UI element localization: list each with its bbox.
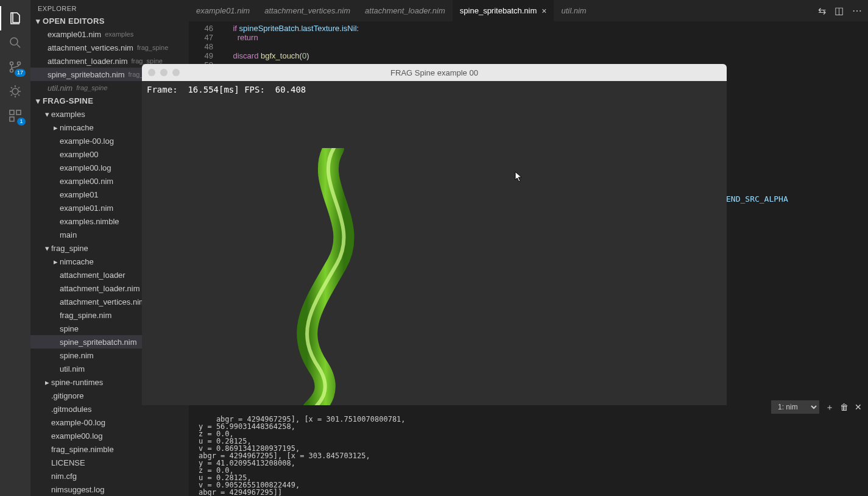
tree-item[interactable]: example-00.log — [30, 416, 189, 429]
editor-tab[interactable]: util.nim — [554, 0, 593, 21]
tree-label: attachment_loader.nim — [60, 284, 140, 293]
tabbar-actions: ⇆ ◫ ⋯ — [818, 5, 868, 16]
tab-label: example01.nim — [196, 6, 250, 15]
tree-label: spine — [60, 324, 79, 333]
mouse-cursor — [515, 171, 523, 182]
svg-point-1 — [10, 62, 13, 65]
tree-label: spine-runtimes — [51, 378, 103, 387]
overlay-canvas: Frame: 16.554[ms] FPS: 60.408 — [142, 81, 727, 405]
tree-label: example-00.log — [51, 418, 105, 427]
more-icon[interactable]: ⋯ — [852, 5, 862, 16]
overlay-titlebar[interactable]: FRAG Spine example 00 — [142, 64, 727, 81]
terminal-add-icon[interactable]: ＋ — [825, 403, 834, 411]
tree-label: example00 — [60, 150, 99, 159]
tree-label: LICENSE — [51, 458, 85, 467]
tab-label: util.nim — [561, 6, 586, 15]
editor-tab[interactable]: attachment_loader.nim — [358, 0, 453, 21]
tree-twisty[interactable]: ▸ — [43, 378, 51, 387]
tree-label: example00.nim — [60, 177, 113, 186]
search-icon — [8, 35, 23, 50]
open-editor-filename: util.nim — [48, 83, 72, 93]
svg-point-4 — [12, 88, 18, 94]
activity-scm[interactable]: 17 — [0, 55, 30, 79]
tab-close-icon[interactable]: × — [542, 7, 546, 15]
tree-twisty[interactable]: ▸ — [51, 123, 60, 132]
open-editor-item[interactable]: example01.nimexamples — [30, 27, 189, 41]
tree-label: frag_spine.nimble — [51, 445, 114, 454]
editor-tab[interactable]: example01.nim — [189, 0, 257, 21]
tree-label: spine_spritebatch.nim — [60, 338, 136, 347]
overlay-window[interactable]: FRAG Spine example 00 Frame: 16.554[ms] … — [142, 64, 727, 405]
tree-item[interactable]: frag_spine.nimble — [30, 442, 189, 456]
tab-label: attachment_loader.nim — [365, 6, 445, 15]
tree-label: util.nim — [60, 364, 85, 374]
tree-label: main — [60, 230, 77, 239]
tree-label: example00.log — [60, 163, 111, 172]
tab-label: spine_spritebatch.nim — [460, 6, 537, 15]
open-editor-path: examples — [105, 30, 133, 38]
open-editor-filename: attachment_loader.nim — [48, 57, 128, 66]
tree-label: .gitignore — [51, 391, 83, 400]
editor-tab[interactable]: attachment_vertices.nim — [257, 0, 358, 21]
open-editor-item[interactable]: attachment_vertices.nimfrag_spine — [30, 41, 189, 54]
tree-label: spine.nim — [60, 351, 94, 360]
tree-label: examples — [51, 110, 85, 119]
tree-label: nimcache — [60, 257, 94, 266]
section-project-label: FRAG-SPINE — [43, 96, 93, 105]
open-editor-path: frag_spine — [76, 84, 107, 91]
svg-point-3 — [18, 62, 21, 65]
tree-label: example00.log — [51, 431, 103, 441]
tab-bar: example01.nimattachment_vertices.nimatta… — [189, 0, 868, 21]
terminal-close-icon[interactable]: ✕ — [855, 403, 862, 411]
sidebar-title: EXPLORER — [30, 0, 189, 15]
tree-label: nimsuggest.log — [51, 485, 104, 494]
tree-label: example01.nim — [60, 204, 113, 213]
terminal-panel[interactable]: 1: nim ＋ 🗑 ✕ abgr = 4294967295], [x = 30… — [189, 399, 868, 496]
open-editor-filename: spine_spritebatch.nim — [48, 70, 124, 79]
ext-badge: 1 — [17, 118, 26, 126]
tab-label: attachment_vertices.nim — [264, 6, 350, 15]
tree-item[interactable]: example00.log — [30, 429, 189, 442]
activity-extensions[interactable]: 1 — [0, 104, 30, 128]
scm-badge: 17 — [15, 69, 26, 77]
editor-tab[interactable]: spine_spritebatch.nim× — [453, 0, 554, 21]
files-icon — [8, 11, 23, 26]
tree-label: examples.nimble — [60, 217, 119, 226]
tree-label: example01 — [60, 190, 99, 199]
section-open-editors-label: OPEN EDITORS — [43, 16, 105, 26]
bug-icon — [8, 84, 23, 99]
tree-label: attachment_vertices.nim — [60, 297, 146, 306]
spine-vine — [276, 148, 373, 405]
tree-item[interactable]: nim.cfg — [30, 469, 189, 483]
tree-twisty[interactable]: ▾ — [43, 244, 51, 253]
activity-search[interactable] — [0, 30, 30, 55]
tree-label: example-00.log — [60, 136, 114, 146]
open-editor-filename: attachment_vertices.nim — [48, 43, 133, 52]
tree-label: nim.cfg — [51, 472, 77, 481]
section-open-editors[interactable]: ▾OPEN EDITORS — [30, 15, 189, 27]
overlay-title: FRAG Spine example 00 — [142, 68, 727, 77]
tree-twisty[interactable]: ▾ — [43, 110, 51, 119]
code-fragment-right: END_SRC_ALPHA — [726, 194, 788, 204]
terminal-trash-icon[interactable]: 🗑 — [840, 403, 849, 411]
svg-rect-7 — [10, 117, 14, 121]
open-editor-path: frag_spine — [137, 44, 168, 51]
activity-debug[interactable] — [0, 79, 30, 104]
terminal-selector[interactable]: 1: nim — [771, 400, 819, 414]
split-icon[interactable]: ◫ — [834, 5, 844, 16]
svg-point-0 — [10, 38, 18, 45]
terminal-controls: 1: nim ＋ 🗑 ✕ — [765, 399, 868, 416]
tree-item[interactable]: nimsuggest.log — [30, 483, 189, 496]
tree-item[interactable]: LICENSE — [30, 456, 189, 469]
tree-label: nimcache — [60, 123, 94, 132]
activity-bar: 17 1 — [0, 0, 30, 496]
compare-icon[interactable]: ⇆ — [818, 5, 826, 16]
open-editor-filename: example01.nim — [48, 30, 101, 39]
tree-label: attachment_loader — [60, 271, 125, 280]
overlay-stats: Frame: 16.554[ms] FPS: 60.408 — [147, 85, 306, 94]
tree-label: .gitmodules — [51, 405, 91, 414]
tree-twisty[interactable]: ▸ — [51, 257, 60, 266]
activity-explorer[interactable] — [0, 6, 30, 30]
svg-point-2 — [10, 69, 13, 73]
tree-label: frag_spine — [51, 244, 88, 253]
